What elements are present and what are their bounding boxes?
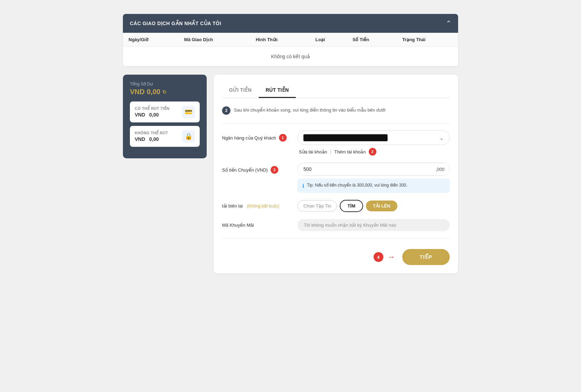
withdrawable-card: CÓ THỂ RÚT TIỀN VND 0,00 💳 (130, 101, 200, 122)
amount-input-wrapper: ,000 (297, 163, 450, 176)
withdrawable-label: CÓ THỂ RÚT TIỀN (135, 106, 169, 111)
file-upload-row: Chọn Tập Tin TÌM TẢI LÊN (297, 200, 450, 212)
step4-indicator: 4 → (374, 252, 395, 262)
bank-selected-value (303, 134, 388, 141)
tip-text: Tip: Nếu số tiền chuyển là 300,000, vui … (307, 183, 407, 188)
receipt-row: tải biên lai (Không bắt buộc) Chọn Tập T… (222, 200, 450, 212)
amount-label: Số tiền Chuyển (VND) 3 (222, 163, 292, 174)
promo-control-wrapper (297, 219, 450, 231)
search-button[interactable]: TÌM (340, 200, 363, 212)
collapse-icon[interactable]: ⌃ (446, 20, 451, 27)
balance-currency: VND (130, 88, 145, 96)
col-code: Mã Giao Dịch (178, 33, 250, 47)
balance-label: Tổng Số Dư (130, 82, 200, 86)
transactions-header[interactable]: CÁC GIAO DỊCH GẦN NHẤT CỦA TÔI ⌃ (123, 14, 458, 33)
col-category: Loại (310, 33, 347, 47)
transactions-table: Ngày/Giờ Mã Giao Dịch Hình Thức Loại Số … (123, 33, 458, 66)
receipt-label: tải biên lai (Không bắt buộc) (222, 200, 292, 209)
step2-circle: 2 (222, 106, 230, 115)
chevron-down-icon: ⌄ (439, 135, 444, 141)
balance-amount: VND 0,00 ↻ (130, 88, 200, 96)
transactions-title: CÁC GIAO DỊCH GẦN NHẤT CỦA TÔI (130, 21, 221, 26)
col-status: Trạng Thái (397, 33, 458, 47)
info-icon: ℹ (302, 183, 304, 189)
non-withdrawable-icon: 🔒 (182, 130, 195, 143)
amount-input[interactable] (298, 163, 431, 175)
col-type: Hình Thức (250, 33, 310, 47)
bank-row: Ngân hàng của Quý khách 1 ⌄ Sửa tài khoả… (222, 130, 450, 156)
step2-text: Sau khi chuyển khoản xong, vui lòng điền… (234, 106, 385, 113)
amount-suffix: ,000 (431, 163, 449, 175)
actions-divider: | (330, 149, 331, 155)
balance-card: Tổng Số Dư VND 0,00 ↻ CÓ THỂ RÚT TIỀN VN… (123, 75, 207, 158)
add-account-step-badge: 2 (369, 148, 376, 156)
receipt-optional: (Không bắt buộc) (247, 204, 279, 209)
action-row: 4 → TIẾP (222, 246, 450, 265)
step2-info: 2 Sau khi chuyển khoản xong, vui lòng đi… (222, 106, 450, 115)
bank-control-wrapper: ⌄ Sửa tài khoản | Thêm tài khoản 2 (297, 130, 450, 156)
non-withdrawable-amount: VND 0,00 (135, 136, 168, 142)
tip-box: ℹ Tip: Nếu số tiền chuyển là 300,000, vu… (297, 179, 450, 193)
non-withdrawable-card: KHÔNG THỂ RÚT VND 0,00 🔒 (130, 126, 200, 147)
main-container: CÁC GIAO DỊCH GẦN NHẤT CỦA TÔI ⌃ Ngày/Gi… (123, 14, 458, 273)
upload-button[interactable]: TẢI LÊN (366, 201, 397, 211)
bottom-section: Tổng Số Dư VND 0,00 ↻ CÓ THỂ RÚT TIỀN VN… (123, 75, 458, 273)
promo-label: Mã Khuyến Mãi (222, 219, 292, 228)
balance-value: 0,00 (147, 88, 160, 96)
next-button[interactable]: TIẾP (402, 249, 450, 265)
promo-row: Mã Khuyến Mãi (222, 219, 450, 231)
amount-control-wrapper: ,000 ℹ Tip: Nếu số tiền chuyển là 300,00… (297, 163, 450, 193)
col-date: Ngày/Giờ (123, 33, 178, 47)
refresh-icon[interactable]: ↻ (162, 89, 167, 95)
divider-bottom (222, 238, 450, 239)
non-withdrawable-label: KHÔNG THỂ RÚT (135, 131, 168, 135)
transactions-section: CÁC GIAO DỊCH GẦN NHẤT CỦA TÔI ⌃ Ngày/Gi… (123, 14, 458, 66)
tab-bar: GỬI TIỀN RÚT TIỀN (222, 83, 450, 98)
divider-top (222, 123, 450, 123)
add-account-link[interactable]: Thêm tài khoản (334, 149, 366, 154)
form-section: GỬI TIỀN RÚT TIỀN 2 Sau khi chuyển khoản… (214, 75, 458, 273)
amount-row: Số tiền Chuyển (VND) 3 ,000 ℹ Tip: Nếu s… (222, 163, 450, 193)
amount-step-badge: 3 (271, 166, 278, 174)
promo-input[interactable] (297, 219, 450, 231)
edit-account-link[interactable]: Sửa tài khoản (299, 149, 327, 154)
no-result-text: Không có kết quả (123, 47, 458, 67)
withdrawable-amount: VND 0,00 (135, 112, 169, 118)
bank-select[interactable]: ⌄ (297, 130, 450, 145)
receipt-control-wrapper: Chọn Tập Tin TÌM TẢI LÊN (297, 200, 450, 212)
tab-send[interactable]: GỬI TIỀN (222, 83, 259, 98)
arrow-right-icon: → (388, 252, 395, 262)
withdrawable-icon: 💳 (182, 106, 195, 118)
step4-circle: 4 (374, 252, 383, 262)
col-amount: Số Tiền (347, 33, 397, 47)
choose-file-button[interactable]: Chọn Tập Tin (297, 200, 337, 212)
tab-withdraw[interactable]: RÚT TIỀN (259, 83, 296, 98)
account-actions: Sửa tài khoản | Thêm tài khoản 2 (297, 148, 450, 156)
bank-step-badge: 1 (279, 134, 287, 142)
bank-label: Ngân hàng của Quý khách 1 (222, 130, 292, 142)
